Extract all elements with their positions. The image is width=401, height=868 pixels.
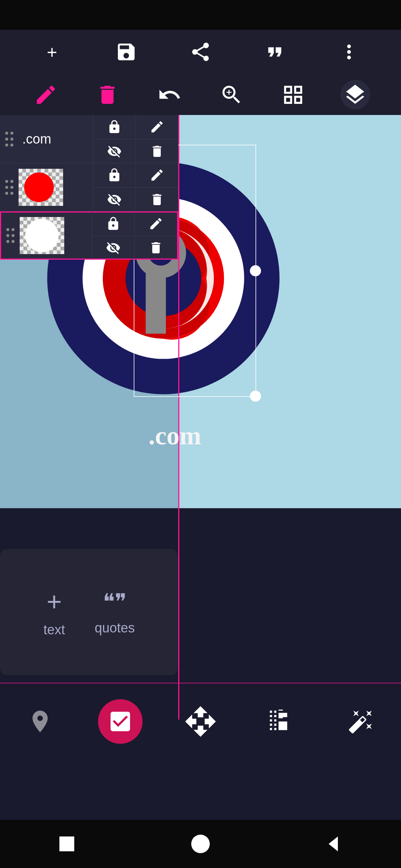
undo-button[interactable] — [155, 80, 185, 109]
layer-delete-white-button[interactable] — [134, 236, 177, 260]
bottom-toolbar — [0, 697, 401, 746]
zoom-button[interactable] — [216, 80, 246, 109]
layer-name-text: .com — [19, 131, 93, 147]
add-text-label: text — [43, 622, 65, 638]
selection-handle-right-bottom[interactable] — [250, 391, 261, 402]
layer-edit-text-button[interactable] — [136, 115, 178, 139]
layer-hide-red-button[interactable] — [93, 188, 136, 211]
layer-lock-white-button[interactable] — [92, 211, 134, 236]
canvas-text-com[interactable]: .com — [149, 421, 201, 451]
toolbar-row2 — [0, 74, 401, 115]
share-button[interactable] — [186, 37, 215, 67]
layer-delete-text-button[interactable] — [136, 139, 178, 163]
add-text-icon-symbol: + — [47, 587, 62, 617]
system-nav-bar — [0, 820, 401, 868]
layer-row-text[interactable]: .com — [0, 115, 178, 163]
add-text-icons-row: + text ❝❞ quotes — [43, 587, 135, 638]
nav-back-button[interactable] — [319, 829, 349, 859]
svg-rect-7 — [59, 836, 74, 851]
layer-actions-text — [93, 115, 178, 163]
add-text-button[interactable]: + text — [43, 587, 65, 638]
checklist-tool-button[interactable] — [98, 699, 143, 744]
add-quotes-label: quotes — [95, 620, 135, 636]
horizontal-guide-line — [0, 683, 401, 684]
layer-row-red[interactable] — [0, 163, 178, 211]
layers-panel-button[interactable] — [340, 80, 370, 109]
pen-button[interactable] — [31, 80, 61, 109]
magic-tool-button[interactable] — [339, 699, 383, 744]
lasso-tool-button[interactable] — [18, 699, 62, 744]
svg-marker-9 — [329, 836, 338, 851]
layer-actions-white — [92, 211, 177, 260]
delete-button[interactable] — [93, 80, 123, 109]
nav-home-button[interactable] — [186, 829, 215, 859]
layer-edit-white-button[interactable] — [134, 211, 177, 236]
nav-stop-button[interactable] — [52, 829, 82, 859]
layer-row-white[interactable] — [0, 211, 178, 260]
add-quotes-icon-symbol: ❝❞ — [103, 589, 127, 615]
layers-tool-button[interactable] — [258, 699, 303, 744]
layer-drag-handle-text[interactable] — [0, 115, 19, 163]
layer-edit-red-button[interactable] — [136, 163, 178, 187]
layer-hide-text-button[interactable] — [93, 139, 136, 163]
layer-drag-handle-red[interactable] — [0, 163, 19, 211]
layer-thumb-white-circle — [25, 219, 59, 252]
svg-point-8 — [191, 835, 210, 853]
add-quotes-button[interactable]: ❝❞ quotes — [95, 589, 135, 636]
layer-lock-red-button[interactable] — [93, 163, 136, 187]
toolbar-row1: + — [0, 30, 401, 74]
layer-thumb-white — [20, 217, 64, 254]
selection-handle-right-mid[interactable] — [250, 265, 261, 276]
vertical-guide-extension — [178, 508, 179, 720]
more-options-button[interactable] — [334, 37, 364, 67]
grid-button[interactable] — [278, 80, 308, 109]
layer-lock-text-button[interactable] — [93, 115, 136, 139]
quote-button[interactable] — [260, 37, 290, 67]
layer-hide-white-button[interactable] — [92, 236, 134, 260]
add-button[interactable]: + — [37, 37, 67, 67]
layer-delete-red-button[interactable] — [136, 188, 178, 211]
layer-actions-red — [93, 163, 178, 211]
save-button[interactable] — [111, 37, 141, 67]
move-tool-button[interactable] — [178, 699, 223, 744]
layer-thumb-red — [19, 169, 63, 206]
add-text-panel: + text ❝❞ quotes — [0, 549, 178, 675]
layer-thumb-red-circle — [24, 172, 54, 202]
top-status-bar — [0, 0, 401, 30]
layer-drag-handle-white[interactable] — [1, 213, 20, 259]
layers-panel: .com — [0, 115, 178, 260]
